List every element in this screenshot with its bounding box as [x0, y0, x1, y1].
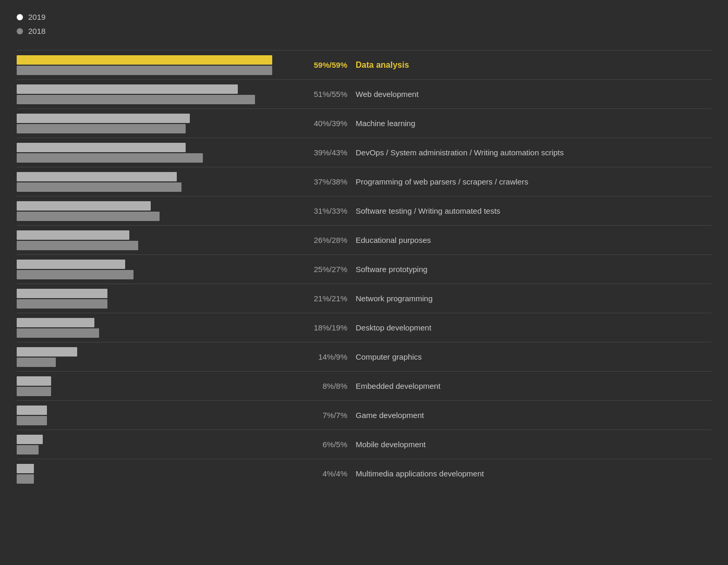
pct-label: 25%/27%	[293, 265, 356, 274]
bar-2018	[17, 299, 107, 309]
chart-row: 37%/38%Programming of web parsers / scra…	[17, 167, 711, 196]
bars-container	[17, 196, 293, 225]
legend-2019: 2019	[17, 13, 711, 21]
bar-2019	[17, 318, 94, 327]
bars-container	[17, 138, 293, 167]
pct-label: 4%/4%	[293, 469, 356, 478]
bars-container	[17, 313, 293, 342]
legend-2018: 2018	[17, 27, 711, 35]
pct-label: 6%/5%	[293, 440, 356, 449]
bar-2018	[17, 416, 47, 425]
bars-container	[17, 459, 293, 488]
bar-2018	[17, 66, 272, 75]
category-label: Software testing / Writing automated tes…	[356, 206, 500, 215]
pct-label: 7%/7%	[293, 411, 356, 420]
bar-2019	[17, 289, 107, 298]
bars-container	[17, 80, 293, 108]
bars-container	[17, 51, 293, 79]
bar-2019	[17, 435, 43, 444]
chart-row: 8%/8%Embedded development	[17, 371, 711, 400]
bars-container	[17, 167, 293, 196]
bars-container	[17, 255, 293, 284]
bar-2019	[17, 260, 125, 269]
chart-row: 39%/43%DevOps / System administration / …	[17, 138, 711, 167]
pct-label: 37%/38%	[293, 177, 356, 186]
bar-2019	[17, 114, 190, 123]
bar-2019	[17, 464, 34, 473]
bar-2019	[17, 201, 151, 211]
pct-label: 8%/8%	[293, 382, 356, 390]
legend-dot-2019	[17, 14, 23, 20]
category-label: Data analysis	[356, 60, 409, 70]
category-label: Embedded development	[356, 382, 441, 390]
pct-label: 18%/19%	[293, 323, 356, 332]
chart-row: 31%/33%Software testing / Writing automa…	[17, 196, 711, 225]
pct-label: 26%/28%	[293, 236, 356, 244]
pct-label: 14%/9%	[293, 352, 356, 361]
category-label: Desktop development	[356, 323, 431, 332]
chart-row: 21%/21%Network programming	[17, 284, 711, 313]
chart-row: 6%/5%Mobile development	[17, 429, 711, 459]
bar-2019	[17, 406, 47, 415]
category-label: Machine learning	[356, 119, 415, 128]
bar-2018	[17, 270, 134, 279]
legend-label-2018: 2018	[28, 27, 45, 35]
pct-label: 40%/39%	[293, 119, 356, 128]
category-label: Network programming	[356, 294, 433, 303]
bar-2018	[17, 95, 255, 104]
bars-container	[17, 372, 293, 400]
category-label: Game development	[356, 411, 424, 420]
pct-label: 51%/55%	[293, 90, 356, 99]
legend-label-2019: 2019	[28, 13, 45, 21]
category-label: Multimedia applications development	[356, 469, 484, 478]
chart-row: 40%/39%Machine learning	[17, 108, 711, 138]
bars-container	[17, 430, 293, 459]
bar-2018	[17, 153, 203, 163]
bars-container	[17, 226, 293, 254]
chart-row: 7%/7%Game development	[17, 400, 711, 429]
category-label: Programming of web parsers / scrapers / …	[356, 177, 528, 186]
category-label: Computer graphics	[356, 352, 422, 361]
category-label: Educational purposes	[356, 236, 431, 244]
bars-container	[17, 284, 293, 313]
chart-row: 26%/28%Educational purposes	[17, 225, 711, 254]
chart-row: 4%/4%Multimedia applications development	[17, 459, 711, 488]
bars-container	[17, 109, 293, 138]
category-label: DevOps / System administration / Writing…	[356, 148, 564, 157]
bar-2018	[17, 358, 56, 367]
category-label: Web development	[356, 90, 419, 99]
category-label: Software prototyping	[356, 265, 428, 274]
bar-2018	[17, 445, 39, 455]
legend-dot-2018	[17, 28, 23, 34]
bar-2018	[17, 241, 138, 250]
bar-2018	[17, 328, 99, 338]
bar-2019	[17, 55, 272, 65]
chart-row: 59%/59%Data analysis	[17, 50, 711, 79]
bar-2019	[17, 376, 51, 386]
category-label: Mobile development	[356, 440, 426, 449]
bars-container	[17, 401, 293, 429]
pct-label: 31%/33%	[293, 206, 356, 215]
chart-row: 25%/27%Software prototyping	[17, 254, 711, 284]
chart-area: 59%/59%Data analysis51%/55%Web developme…	[17, 50, 711, 488]
chart-row: 18%/19%Desktop development	[17, 313, 711, 342]
bar-2018	[17, 182, 181, 192]
bar-2019	[17, 347, 77, 357]
chart-row: 14%/9%Computer graphics	[17, 342, 711, 371]
bar-2019	[17, 172, 177, 181]
pct-label: 21%/21%	[293, 294, 356, 303]
bar-2019	[17, 230, 129, 240]
pct-label: 39%/43%	[293, 148, 356, 157]
bar-2018	[17, 212, 160, 221]
bar-2019	[17, 143, 186, 152]
bar-2018	[17, 474, 34, 484]
bars-container	[17, 342, 293, 371]
chart-legend: 2019 2018	[17, 13, 711, 35]
bar-2019	[17, 84, 238, 94]
bar-2018	[17, 124, 186, 133]
bar-2018	[17, 387, 51, 396]
pct-label: 59%/59%	[293, 60, 356, 69]
chart-row: 51%/55%Web development	[17, 79, 711, 108]
